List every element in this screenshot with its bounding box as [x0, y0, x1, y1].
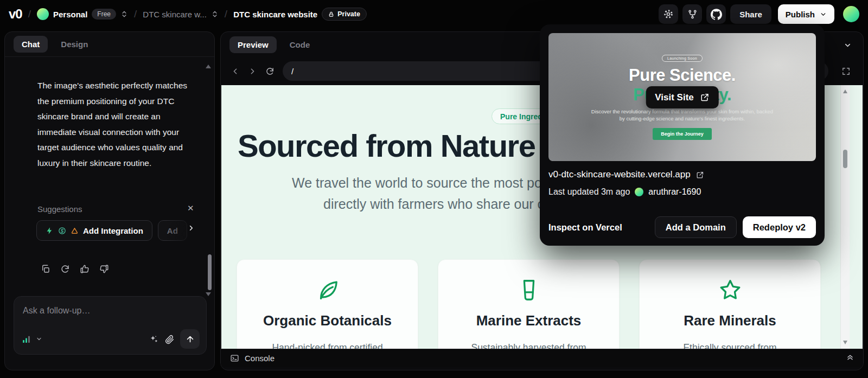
- followup-input[interactable]: [14, 297, 206, 316]
- thumb-heading-primary: Pure Science.: [629, 66, 736, 85]
- visit-site-button[interactable]: Visit Site: [646, 86, 719, 108]
- deployment-preview-thumbnail: Launching Soon Pure Science. Pure Beauty…: [548, 33, 816, 161]
- send-button[interactable]: [180, 329, 200, 349]
- share-button[interactable]: Share: [730, 4, 771, 24]
- composer: [14, 296, 207, 355]
- suggestions-close-button[interactable]: ✕: [187, 203, 194, 213]
- thumbs-up-icon: [80, 264, 90, 274]
- bolt-icon: [46, 227, 54, 235]
- project-crumb[interactable]: DTC skincare website Private: [233, 8, 367, 21]
- chevron-left-icon: [231, 67, 240, 76]
- signal-bars-icon: [22, 335, 31, 344]
- chevrons-updown-icon: [120, 10, 128, 18]
- preview-scrollbar[interactable]: [840, 85, 850, 349]
- v0-logo[interactable]: v0: [9, 7, 22, 22]
- breadcrumb: v0 / Personal Free / DTC skincare w... /…: [9, 7, 367, 22]
- thumbs-down-button[interactable]: [99, 264, 109, 274]
- copy-button[interactable]: [41, 264, 50, 274]
- console-bar[interactable]: Console: [221, 349, 863, 367]
- chat-selector[interactable]: DTC skincare w...: [143, 10, 219, 19]
- github-icon: [711, 9, 722, 20]
- paperclip-icon: [164, 334, 175, 344]
- deployment-meta: Last updated 3m ago aruthrar-1690: [548, 187, 816, 197]
- github-button[interactable]: [706, 4, 726, 24]
- inspect-on-vercel-button[interactable]: Inspect on Vercel: [548, 222, 622, 233]
- privacy-badge[interactable]: Private: [322, 8, 367, 21]
- forward-button[interactable]: [248, 67, 257, 76]
- deployment-tag: aruthrar-1690: [648, 187, 701, 197]
- tab-preview[interactable]: Preview: [229, 36, 277, 53]
- message-actions: [41, 264, 109, 274]
- arrow-up-icon: [186, 335, 195, 344]
- star-icon: [640, 278, 820, 303]
- site-card-title: Organic Botanicals: [237, 312, 418, 329]
- versions-button[interactable]: [682, 4, 702, 24]
- suggestions-row: Add Integration Ad: [36, 220, 212, 242]
- external-link-icon: [700, 93, 710, 102]
- site-card-text: Sustainably harvested from: [438, 342, 619, 349]
- redeploy-button[interactable]: Redeploy v2: [743, 216, 816, 238]
- fullscreen-button[interactable]: [837, 62, 854, 80]
- external-link-icon: [696, 171, 704, 179]
- panel-collapse-button[interactable]: [839, 37, 856, 53]
- tab-chat[interactable]: Chat: [14, 36, 48, 53]
- chat-panel: Chat Design The image's aesthetic perfec…: [4, 31, 215, 370]
- tab-code[interactable]: Code: [290, 40, 310, 49]
- thumb-cta-button[interactable]: Begin the Journey: [653, 128, 712, 140]
- suggestions-title: Suggestions: [37, 204, 82, 214]
- copy-icon: [41, 264, 50, 274]
- preview-scroll-up-arrow[interactable]: [843, 89, 847, 93]
- last-updated-label: Last updated 3m ago: [548, 187, 630, 197]
- retry-button[interactable]: [60, 264, 70, 274]
- thumbs-up-button[interactable]: [80, 264, 90, 274]
- chat-scroll-up-arrow[interactable]: [206, 65, 211, 68]
- topbar-actions: Share Publish: [659, 4, 859, 24]
- site-card-marine-extracts: Marine Extracts Sustainably harvested fr…: [438, 259, 620, 349]
- site-card-rare-minerals: Rare Minerals Ethically sourced from: [639, 259, 821, 349]
- add-domain-button[interactable]: Add a Domain: [655, 216, 737, 238]
- user-avatar[interactable]: [843, 6, 859, 22]
- chevron-right-icon: [248, 67, 257, 76]
- deployment-domain: v0-dtc-skincare-website.vercel.app: [548, 169, 691, 180]
- suggestion-secondary-button[interactable]: Ad: [158, 220, 187, 241]
- thumb-badge: Launching Soon: [662, 55, 703, 62]
- suggestion-secondary-label: Ad: [167, 226, 178, 235]
- suggestions-scroll-right-button[interactable]: [187, 224, 195, 232]
- team-avatar: [37, 8, 49, 20]
- preview-scroll-down-arrow[interactable]: [843, 341, 847, 344]
- close-icon: ✕: [187, 203, 194, 213]
- project-name: DTC skincare website: [233, 10, 317, 19]
- site-hero-heading: Sourced from Nature: [238, 129, 535, 163]
- publish-button[interactable]: Publish: [778, 4, 834, 24]
- deployer-avatar: [635, 188, 643, 196]
- thumbs-down-icon: [99, 264, 109, 274]
- add-integration-button[interactable]: Add Integration: [36, 220, 152, 241]
- enhance-prompt-button[interactable]: [149, 334, 159, 344]
- refresh-button[interactable]: [265, 67, 275, 76]
- chat-scroll-down-arrow[interactable]: [206, 292, 211, 296]
- attach-button[interactable]: [164, 334, 175, 344]
- tab-design[interactable]: Design: [61, 40, 88, 49]
- beaker-icon: [438, 278, 619, 303]
- lock-icon: [328, 11, 334, 17]
- console-expand-button[interactable]: [846, 353, 854, 362]
- team-selector[interactable]: Personal Free: [37, 8, 128, 20]
- privacy-label: Private: [337, 10, 360, 18]
- swirl-icon: [58, 227, 66, 235]
- preview-scrollbar-thumb[interactable]: [843, 150, 847, 168]
- site-card-text: Hand-picked from certified: [237, 342, 418, 349]
- deployment-domain-link[interactable]: v0-dtc-skincare-website.vercel.app: [548, 169, 816, 180]
- refresh-icon: [60, 264, 70, 274]
- breadcrumb-separator: /: [225, 8, 227, 20]
- chat-panel-tabs: Chat Design: [5, 32, 214, 57]
- back-button[interactable]: [231, 67, 240, 76]
- terminal-icon: [230, 354, 239, 363]
- chat-scrollbar-thumb[interactable]: [208, 254, 212, 290]
- flame-icon: [71, 227, 79, 235]
- breadcrumb-separator: /: [134, 8, 137, 20]
- site-card-organic-botanicals: Organic Botanicals Hand-picked from cert…: [237, 259, 418, 349]
- settings-button[interactable]: [659, 4, 678, 24]
- gear-icon: [663, 9, 674, 20]
- visit-site-label: Visit Site: [655, 92, 694, 103]
- model-selector[interactable]: [22, 335, 42, 344]
